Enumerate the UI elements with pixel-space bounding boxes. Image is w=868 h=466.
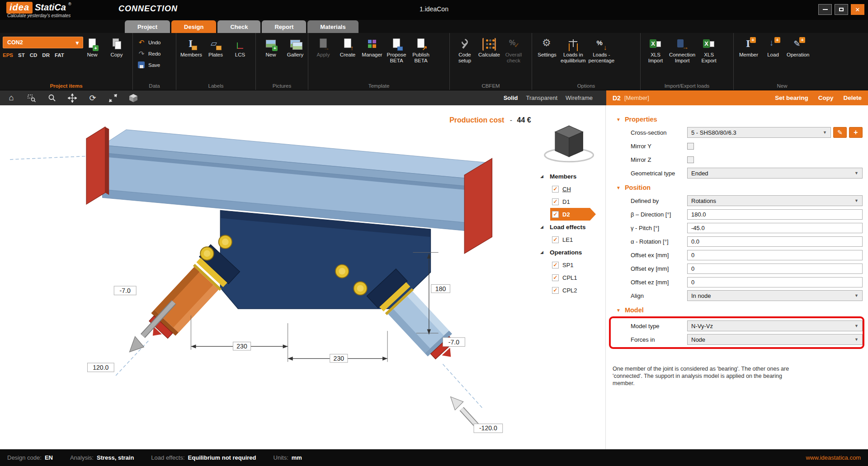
connection-selector[interactable]: CON2 ▾ bbox=[3, 37, 83, 48]
home-view-button[interactable]: ⌂ bbox=[6, 93, 16, 103]
labels-members-button[interactable]: Members bbox=[179, 37, 203, 59]
copy-member-button[interactable]: Copy bbox=[818, 94, 834, 101]
view-mode-transparent[interactable]: Transparent bbox=[526, 94, 557, 101]
save-button[interactable]: Save bbox=[136, 59, 173, 71]
orientation-cube[interactable] bbox=[545, 126, 594, 162]
labels-plates-button[interactable]: Plates bbox=[203, 37, 228, 59]
offset-ez-input[interactable] bbox=[687, 277, 863, 287]
section-model[interactable]: ▼ Model bbox=[606, 302, 868, 316]
gear-icon bbox=[540, 38, 554, 51]
xls-import-button[interactable]: XLS Import bbox=[643, 37, 668, 65]
add-cross-section-button[interactable] bbox=[849, 127, 863, 138]
tree-item-ch[interactable]: CH bbox=[550, 183, 590, 195]
edit-cross-section-button[interactable] bbox=[833, 127, 847, 138]
diagonal-member-left[interactable] bbox=[138, 245, 240, 349]
gamma-pitch-input[interactable] bbox=[687, 223, 863, 233]
brand-tagline: Calculate yesterday's estimates bbox=[7, 13, 71, 18]
alpha-rotation-input[interactable] bbox=[687, 236, 863, 247]
tree-item-d2[interactable]: D2 bbox=[550, 208, 590, 221]
align-select[interactable]: In node ▼ bbox=[687, 290, 863, 301]
viewport-3d-scene[interactable]: 230 230 180 -7.0 120.0 bbox=[0, 105, 604, 449]
checkbox-sp1[interactable] bbox=[552, 262, 559, 268]
checkbox-d2[interactable] bbox=[552, 211, 559, 218]
model-type-select[interactable]: N-Vy-Vz ▼ bbox=[687, 320, 863, 331]
checkbox-cpl1[interactable] bbox=[552, 274, 559, 281]
redo-button[interactable]: ↷ Redo bbox=[136, 48, 173, 59]
pan-button[interactable] bbox=[67, 93, 77, 103]
checkbox-le1[interactable] bbox=[552, 236, 559, 243]
tab-design[interactable]: Design bbox=[171, 20, 216, 33]
view-mode-solid[interactable]: Solid bbox=[504, 94, 518, 101]
template-publish-button[interactable]: Publish BETA bbox=[409, 37, 433, 65]
view-mode-wireframe[interactable]: Wireframe bbox=[566, 94, 593, 101]
tab-materials[interactable]: Materials bbox=[307, 20, 358, 33]
tree-section-members[interactable]: ◢ Members bbox=[539, 170, 607, 183]
support-plate-left[interactable] bbox=[86, 127, 109, 204]
tree-section-load-effects[interactable]: ◢ Load effects bbox=[539, 221, 607, 233]
template-create-button[interactable]: Create bbox=[335, 37, 360, 59]
picture-new-button[interactable]: New bbox=[259, 37, 283, 59]
checkbox-d1[interactable] bbox=[552, 198, 559, 205]
offset-ex-input[interactable] bbox=[687, 250, 863, 260]
filter-st[interactable]: ST bbox=[18, 52, 25, 58]
zoom-button[interactable] bbox=[47, 93, 57, 103]
solid-view-cube-icon[interactable] bbox=[128, 93, 138, 103]
support-plate-right[interactable] bbox=[464, 158, 492, 253]
code-setup-button[interactable]: Code setup bbox=[453, 37, 477, 65]
undo-button[interactable]: ↶ Undo bbox=[136, 37, 173, 48]
tab-check[interactable]: Check bbox=[217, 20, 260, 33]
filter-eps[interactable]: EPS bbox=[3, 52, 13, 58]
calculate-button[interactable]: Calculate bbox=[477, 37, 501, 59]
template-manager-button[interactable]: Manager bbox=[360, 37, 384, 59]
tab-project[interactable]: Project bbox=[125, 20, 170, 33]
tree-item-sp1[interactable]: SP1 bbox=[550, 259, 590, 271]
website-link[interactable]: www.ideastatica.com bbox=[806, 454, 861, 461]
section-properties[interactable]: ▼ Properties bbox=[606, 112, 868, 126]
settings-button[interactable]: Settings bbox=[535, 37, 559, 59]
geometrical-type-select[interactable]: Ended ▼ bbox=[687, 168, 863, 179]
tab-report[interactable]: Report bbox=[262, 20, 306, 33]
beta-direction-input[interactable] bbox=[687, 209, 863, 220]
connection-import-button[interactable]: Connection Import bbox=[668, 37, 697, 65]
delete-member-button[interactable]: Delete bbox=[843, 94, 862, 101]
tree-item-d1[interactable]: D1 bbox=[550, 195, 590, 208]
tree-item-cpl2[interactable]: CPL2 bbox=[550, 284, 590, 297]
tree-item-cpl1[interactable]: CPL1 bbox=[550, 271, 590, 284]
new-operation-button[interactable]: Operation bbox=[785, 37, 811, 59]
labels-lcs-button[interactable]: LCS bbox=[228, 37, 252, 59]
section-position[interactable]: ▼ Position bbox=[606, 180, 868, 194]
zoom-extents-button[interactable] bbox=[108, 93, 118, 103]
tree-item-le1[interactable]: LE1 bbox=[550, 233, 590, 246]
picture-gallery-button[interactable]: Gallery bbox=[283, 37, 307, 59]
zoom-window-button[interactable] bbox=[27, 93, 37, 103]
filter-dr[interactable]: DR bbox=[42, 52, 50, 58]
template-propose-button[interactable]: Propose BETA bbox=[384, 37, 409, 65]
mirror-z-checkbox[interactable] bbox=[687, 156, 694, 163]
viewport-3d[interactable]: 230 230 180 -7.0 120.0 bbox=[0, 105, 604, 449]
beam-member[interactable] bbox=[103, 130, 491, 231]
cross-section-select[interactable]: 5 - SHS80/80/6.3 ▼ bbox=[687, 127, 831, 138]
new-member-button[interactable]: Member bbox=[736, 37, 761, 59]
loads-equilibrium-button[interactable]: Loads in equilibrium bbox=[559, 37, 587, 65]
minimize-button[interactable] bbox=[818, 4, 832, 15]
tree-section-operations[interactable]: ◢ Operations bbox=[539, 246, 607, 259]
new-load-button[interactable]: Load bbox=[761, 37, 785, 59]
offset-ey-input[interactable] bbox=[687, 264, 863, 274]
xls-export-button[interactable]: XLS Export bbox=[697, 37, 721, 65]
rotate-view-button[interactable]: ⟳ bbox=[88, 93, 98, 103]
filter-cd[interactable]: CD bbox=[30, 52, 38, 58]
loads-percentage-button[interactable]: Loads - percentage bbox=[587, 37, 616, 65]
close-button[interactable] bbox=[851, 4, 864, 15]
copy-project-item-button[interactable]: Copy bbox=[104, 37, 129, 59]
mirror-y-checkbox[interactable] bbox=[687, 143, 694, 150]
new-project-item-button[interactable]: New bbox=[80, 37, 104, 59]
filter-fat[interactable]: FAT bbox=[55, 52, 64, 58]
overall-check-button[interactable]: Overall check bbox=[501, 37, 526, 65]
maximize-button[interactable] bbox=[835, 4, 848, 15]
template-apply-button[interactable]: Apply bbox=[311, 37, 335, 59]
checkbox-ch[interactable] bbox=[552, 186, 559, 193]
forces-in-select[interactable]: Node ▼ bbox=[687, 334, 863, 345]
defined-by-select[interactable]: Rotations ▼ bbox=[687, 195, 863, 206]
checkbox-cpl2[interactable] bbox=[552, 287, 559, 294]
set-bearing-button[interactable]: Set bearing bbox=[775, 94, 808, 101]
